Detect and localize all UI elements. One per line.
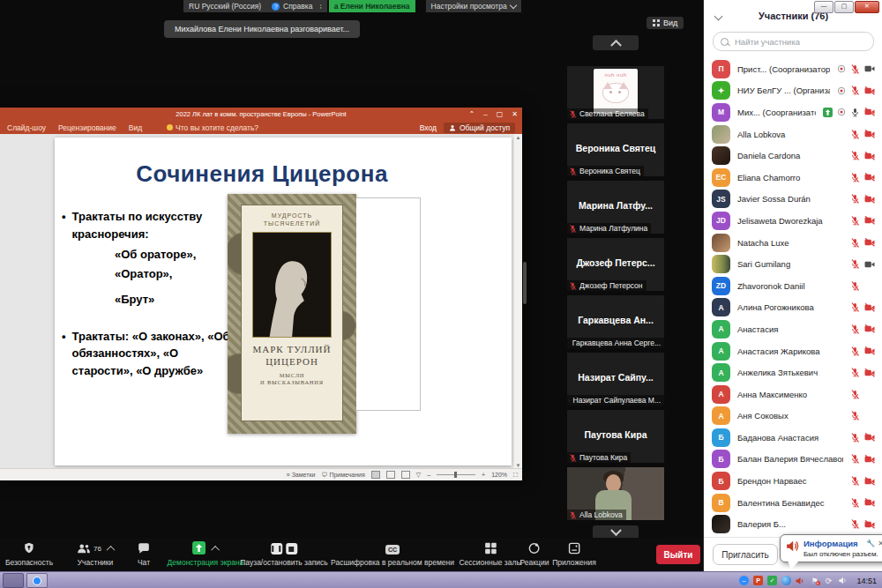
system-notification[interactable]: Информация 🔧 ✕ Был отключен разъем. [780, 534, 882, 562]
video-tile[interactable]: Вероника СвятецВероника Святец [567, 123, 664, 176]
mic-icon [850, 86, 860, 95]
participant-name: НИУ БелГУ ... (Организатор) [737, 86, 830, 95]
participant-status-icons [850, 281, 875, 291]
video-tile[interactable]: Паутова КираПаутова Кира [567, 410, 664, 463]
participant-row[interactable]: ZDZhavoronok Daniil [712, 275, 875, 297]
volume-icon[interactable] [837, 576, 848, 586]
close-button[interactable]: ✕ [855, 1, 879, 13]
share-scroll-indicator[interactable] [523, 262, 527, 304]
participant-row[interactable]: ECEliana Chamorro [712, 167, 875, 189]
ribbon-tab[interactable]: Рецензирование [58, 123, 116, 132]
reactions-button[interactable]: Реакции [520, 542, 549, 567]
ribbon-tab[interactable]: Слайд-шоу [7, 123, 46, 132]
browser-icon[interactable] [781, 576, 791, 586]
taskbar-app-button[interactable] [3, 573, 24, 588]
ribbon-options-icon[interactable]: ⌃ [469, 110, 475, 118]
participant-row[interactable]: ААня Соковых [712, 406, 875, 428]
participant-row[interactable]: ВВалентина Бенавидес [712, 492, 875, 514]
participant-row[interactable]: JSJavier Sossa Durán [712, 189, 875, 211]
chevron-up-icon[interactable] [212, 546, 220, 555]
screen-share-button[interactable]: Демонстрация экрана [168, 542, 244, 567]
participant-row[interactable]: Daniela Cardona [712, 145, 875, 167]
zoom-in-button[interactable]: + [482, 472, 485, 478]
invite-button[interactable]: Пригласить [713, 544, 778, 565]
participant-row[interactable]: ППрист... (Соорганизатор, я) [712, 58, 875, 80]
participant-row[interactable]: ААнастасия [712, 318, 875, 340]
participant-row[interactable]: Alla Lobkova [712, 123, 875, 145]
video-tile[interactable]: Назират Сайпу...Назират Сайпулаева М... [567, 353, 664, 406]
sync-icon[interactable]: ⟳ [823, 576, 833, 586]
wrench-icon[interactable]: 🔧 [866, 540, 875, 547]
apps-button[interactable]: Приложения [552, 542, 596, 567]
camera-icon [864, 152, 875, 160]
powerpoint-titlebar[interactable]: 2022 ЛК лат в комм. пространстве Европы … [0, 108, 522, 121]
reading-view-icon[interactable] [401, 471, 410, 479]
participant-row[interactable]: ААлина Рогожникова [712, 297, 875, 319]
live-transcription-button[interactable]: CCРасшифровка в реальном времени [331, 542, 454, 567]
maximize-icon[interactable]: ▢ [497, 110, 504, 118]
sign-in-button[interactable]: Вход [420, 123, 437, 132]
chevron-up-icon[interactable] [107, 546, 116, 555]
participant-row[interactable]: Валерия Б... [712, 513, 875, 535]
tell-me-box[interactable]: Что вы хотите сделать? [167, 123, 258, 132]
powerpoint-icon[interactable]: P [752, 576, 763, 586]
security-button[interactable]: Безопасность [5, 542, 53, 567]
slide-scrollbar[interactable]: ▲▼ [514, 134, 522, 469]
action-center-icon[interactable]: ⚑✕ [809, 576, 819, 586]
recording-icon [837, 108, 846, 116]
participant-row[interactable]: ААнна Максименко [712, 383, 875, 406]
participant-row[interactable]: Natacha Luxe [712, 232, 875, 254]
video-tile[interactable]: Alla Lobkova [567, 467, 664, 520]
video-tile[interactable]: nuh nuhСветлана Беляева [567, 66, 664, 119]
participant-row[interactable]: ✦НИУ БелГУ ... (Организатор) [712, 80, 875, 102]
panel-collapse-icon[interactable] [714, 12, 723, 21]
share-button[interactable]: Общий доступ [444, 123, 515, 133]
participant-row[interactable]: ААнжелика Зятькевич [712, 361, 875, 383]
video-tile[interactable]: Гаркавцева Ан...Гаркавцева Анна Серге... [567, 295, 664, 348]
language-indicator[interactable]: RU Русский (Россия) [183, 0, 266, 12]
ribbon-tab[interactable]: Вид [129, 123, 142, 132]
comments-button[interactable]: 🗩 Примечания [321, 472, 364, 478]
pause-stop-recording-button[interactable]: Пауза/остановить запись [240, 542, 328, 567]
participant-row[interactable]: ББаданова Анастасия [712, 427, 875, 449]
participant-search[interactable] [713, 32, 874, 51]
view-settings-menu[interactable]: Настройки просмотра [426, 0, 521, 12]
antivirus-icon[interactable]: ✓ [766, 576, 777, 586]
chat-button[interactable]: Чат [138, 542, 151, 567]
participant-row[interactable]: Sari Gumilang [712, 253, 875, 275]
zoom-out-button[interactable]: – [427, 472, 430, 478]
participant-row[interactable]: ААнастасия Жарикова [712, 340, 875, 362]
participant-row[interactable]: JDJelisaweta Dworezkaja [712, 210, 875, 232]
slideshow-icon[interactable]: ▽ [416, 472, 421, 479]
participant-row[interactable]: ММих... (Соорганизатор) [712, 101, 875, 123]
video-tile[interactable]: Джозеф Петерс...Джозеф Петерсон [567, 238, 664, 291]
participant-row[interactable]: ББрендон Нарваес [712, 470, 875, 492]
messenger-icon[interactable]: – [738, 576, 749, 586]
participants-button[interactable]: 76Участники [77, 542, 114, 567]
expander-icon[interactable]: ⁞ [319, 3, 321, 11]
minimize-icon[interactable]: – [483, 110, 487, 118]
clock[interactable]: 14:51 [856, 577, 877, 585]
close-notification-icon[interactable]: ✕ [878, 540, 882, 547]
participant-row[interactable]: ББалан Валерия Вячеславовна ... [712, 449, 875, 471]
leave-button[interactable]: Выйти [656, 545, 700, 564]
notes-button[interactable]: ≡ Заметки [287, 472, 316, 478]
maximize-button[interactable]: ▢ [834, 1, 854, 13]
close-icon[interactable]: ✕ [512, 110, 518, 118]
view-button[interactable]: Вид [647, 17, 684, 29]
people-icon [77, 542, 91, 556]
breakout-rooms-button[interactable]: Сессионные залы [459, 542, 521, 567]
taskbar-app-button[interactable] [26, 573, 48, 588]
windows-taskbar: –P✓⚑✕⟳14:51 [0, 571, 882, 588]
help-menu[interactable]: ? Справка ⁞ [266, 0, 327, 12]
slide-sorter-icon[interactable] [386, 471, 395, 479]
fit-slide-icon[interactable]: ⛶ [513, 472, 518, 479]
minimize-button[interactable]: — [814, 1, 833, 13]
zoom-slider[interactable] [437, 474, 475, 475]
video-tile[interactable]: Марина Латфу...Марина Латфулина [567, 181, 664, 234]
search-input[interactable] [733, 36, 866, 48]
strip-collapse-button[interactable] [593, 35, 639, 50]
zoom-level[interactable]: 120% [491, 472, 507, 478]
volume-alert-icon[interactable] [795, 576, 805, 586]
normal-view-icon[interactable] [371, 471, 380, 479]
